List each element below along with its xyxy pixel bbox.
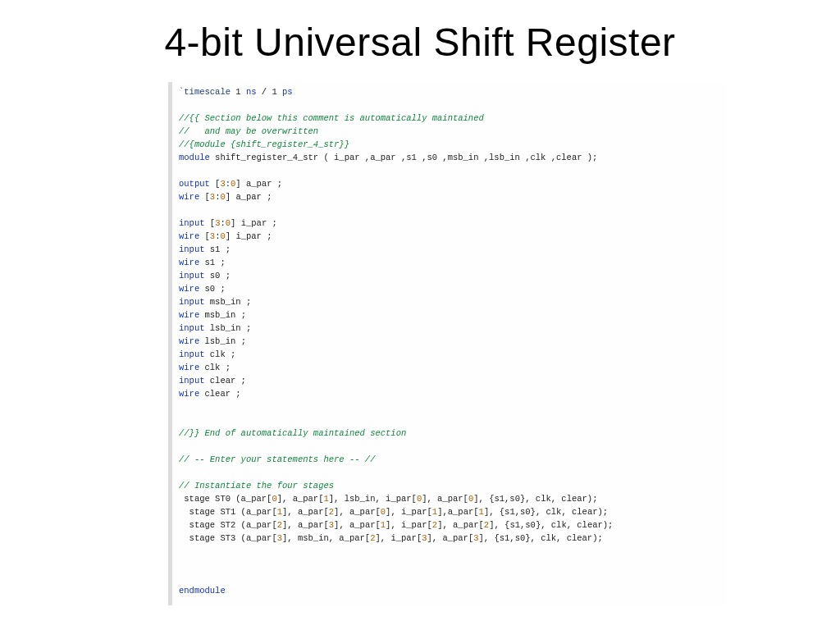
comment: // and may be overwritten — [179, 126, 318, 136]
kw-endmodule: endmodule — [179, 586, 226, 596]
code-block: `timescale 1 ns / 1 ps //{{ Section belo… — [168, 82, 726, 605]
kw-timescale: `timescale — [179, 87, 231, 97]
kw-module: module — [179, 153, 210, 162]
comment: // Instantiate the four stages — [179, 481, 334, 491]
comment: //{module {shift_register_4_str}} — [179, 139, 349, 149]
comment: //}} End of automatically maintained sec… — [179, 428, 406, 438]
slide: 4-bit Universal Shift Register `timescal… — [0, 0, 840, 630]
page-title: 4-bit Universal Shift Register — [0, 20, 840, 65]
comment: // -- Enter your statements here -- // — [179, 454, 375, 464]
comment: //{{ Section below this comment is autom… — [179, 113, 484, 123]
code-content: `timescale 1 ns / 1 ps //{{ Section belo… — [179, 85, 719, 597]
